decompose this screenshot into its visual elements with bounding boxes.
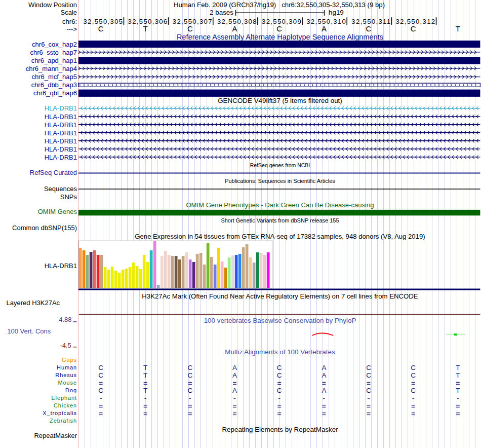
svg-text:Common dbSNP(155): Common dbSNP(155) [12,224,77,232]
svg-text:Window Position: Window Position [28,1,77,9]
svg-text:C: C [98,371,103,379]
svg-text:Human: Human [57,364,77,370]
svg-text:C: C [188,364,193,371]
svg-text:HLA-DRB1: HLA-DRB1 [45,113,77,121]
svg-text:T: T [143,371,147,379]
svg-text:--->: ---> [66,25,77,33]
svg-text:A: A [232,387,237,394]
svg-text:A: A [322,24,327,33]
svg-text:OMIM Gene Phenotypes - Dark Gr: OMIM Gene Phenotypes - Dark Green Can Be… [186,201,374,209]
svg-text:C: C [366,387,371,394]
svg-text:C: C [411,387,416,394]
svg-text:T: T [456,24,460,33]
svg-text:T: T [456,387,460,394]
svg-text:A: A [322,387,326,394]
svg-text:HLA-DRB1: HLA-DRB1 [45,137,77,145]
svg-text:C: C [277,371,282,379]
svg-text:RepeatMasker: RepeatMasker [34,432,77,439]
svg-text:chr6_cox_hap2: chr6_cox_hap2 [32,41,77,48]
svg-text:A: A [232,24,237,33]
svg-text:GENCODE V49lift37 (5 items fil: GENCODE V49lift37 (5 items filtered out) [218,97,342,104]
svg-text:T: T [143,387,147,394]
svg-text:chr6_dbb_hap3: chr6_dbb_hap3 [31,81,77,89]
svg-text:chr6_qbl_hap6: chr6_qbl_hap6 [33,89,77,97]
svg-text:HLA-DRB1: HLA-DRB1 [45,262,77,270]
svg-text:A: A [322,364,326,371]
svg-text:T: T [143,24,148,33]
svg-text:T: T [143,364,147,371]
svg-text:C: C [366,24,372,33]
svg-text:A: A [322,371,326,379]
svg-text:HLA-DRB1: HLA-DRB1 [45,154,77,161]
svg-text:4.88: 4.88 [59,316,71,323]
svg-text:100 Vert. Cons: 100 Vert. Cons [7,327,51,335]
svg-text:HLA-DRB1: HLA-DRB1 [45,121,77,129]
svg-text:H3K27Ac Mark (Often Found Near: H3K27Ac Mark (Often Found Near Active Re… [142,292,418,300]
svg-text:C: C [277,387,282,394]
svg-text:C: C [411,371,416,379]
svg-text:Mouse: Mouse [58,380,77,386]
svg-text:C: C [411,24,416,33]
svg-text:A: A [232,371,237,379]
svg-text:C: C [411,364,416,371]
svg-text:C: C [98,24,104,33]
svg-text:T: T [456,364,460,371]
svg-text:hg19: hg19 [329,9,344,16]
svg-text:X_tropicalis: X_tropicalis [43,410,77,416]
svg-text:RefSeq Curated: RefSeq Curated [30,169,77,176]
svg-text:32,550,306: 32,550,306 [128,18,168,25]
svg-text:Dog: Dog [65,387,77,393]
svg-text:Short Genetic Variants from db: Short Genetic Variants from dbSNP releas… [221,217,339,223]
svg-text:Gaps: Gaps [62,357,77,363]
svg-text:Repeating Elements by RepeatMa: Repeating Elements by RepeatMasker [222,426,338,433]
svg-text:C: C [98,364,103,371]
svg-text:Layered H3K27Ac: Layered H3K27Ac [7,299,60,307]
svg-text:C: C [188,387,193,394]
svg-text:chr6_apd_hap1: chr6_apd_hap1 [31,57,77,64]
svg-text:HLA-DRB1: HLA-DRB1 [45,145,77,153]
svg-text:100 vertebrates Basewise Conse: 100 vertebrates Basewise Conservation by… [204,317,356,324]
svg-text:Reference Assembly Alternate H: Reference Assembly Alternate Haplotype S… [177,33,383,41]
svg-text:C: C [98,387,103,394]
svg-text:chr6_mcf_hap5: chr6_mcf_hap5 [31,73,77,81]
svg-text:-4.5: -4.5 [60,342,71,349]
svg-text:Gene Expression in 54 tissues: Gene Expression in 54 tissues from GTEx … [135,233,425,240]
svg-text:Zebrafish: Zebrafish [50,418,77,424]
svg-text:Rhesus: Rhesus [55,372,77,378]
svg-text:2 bases: 2 bases [210,9,233,16]
svg-text:HLA-DRB1: HLA-DRB1 [45,104,77,112]
svg-text:Multiz Alignments of 100 Verte: Multiz Alignments of 100 Vertebrates [225,348,335,356]
svg-text:chr6_ssto_hap7: chr6_ssto_hap7 [30,49,77,56]
svg-text:OMIM Genes: OMIM Genes [38,208,77,215]
svg-text:C: C [187,24,193,33]
svg-text:HLA-DRB1: HLA-DRB1 [45,129,77,137]
svg-text:C: C [188,371,193,379]
svg-text:Scale: Scale [60,9,77,16]
svg-text:chr6:: chr6: [62,18,77,25]
svg-text:Human Feb. 2009 (GRCh37/hg19): Human Feb. 2009 (GRCh37/hg19) chr6:32,55… [174,1,385,9]
svg-text:C: C [277,364,282,371]
svg-text:A: A [232,364,237,371]
svg-text:C: C [276,24,282,33]
svg-text:Elephant: Elephant [51,395,77,401]
svg-text:C: C [366,371,371,379]
svg-text:Publications: Sequences in Sci: Publications: Sequences in Scientific Ar… [225,178,335,184]
svg-text:Chicken: Chicken [54,402,77,408]
svg-text:C: C [366,364,371,371]
svg-text:chr6_mann_hap4: chr6_mann_hap4 [26,65,77,72]
svg-text:RefSeq genes from NCBI: RefSeq genes from NCBI [250,162,310,168]
svg-text:SNPs: SNPs [60,193,77,201]
svg-text:Sequences: Sequences [44,185,77,193]
svg-text:T: T [456,371,460,379]
